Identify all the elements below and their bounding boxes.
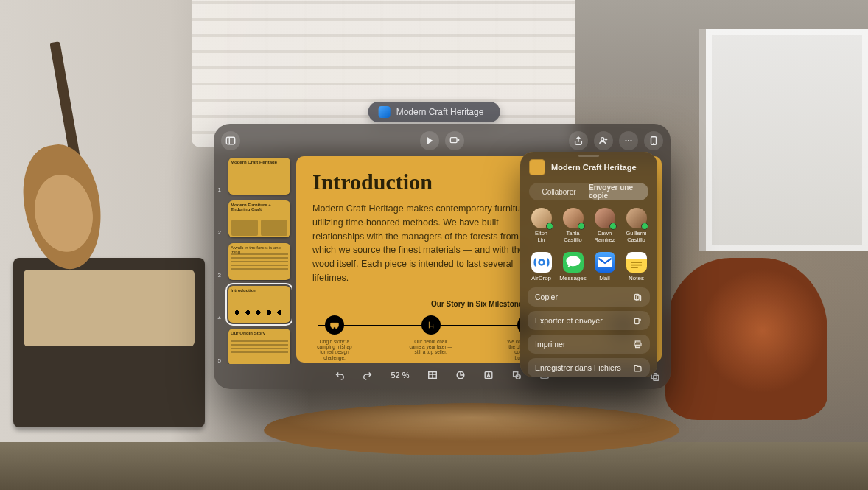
breadcrumb-title: Modern Craft Heritage bbox=[396, 107, 484, 117]
app-label: Messages bbox=[559, 275, 587, 281]
share-app-mail[interactable]: Mail bbox=[591, 252, 618, 281]
text-icon bbox=[483, 370, 494, 380]
mail-icon bbox=[595, 252, 615, 273]
slide-thumbnail-selected[interactable]: Introduction bbox=[228, 286, 290, 323]
timeline-item: Origin story: a camping mishap turned de… bbox=[312, 315, 357, 361]
slide-navigator[interactable]: 1 Modern Craft Heritage 2 Modern Furnitu… bbox=[214, 155, 292, 364]
slide-number: 2 bbox=[214, 229, 221, 236]
svg-rect-23 bbox=[634, 318, 639, 323]
ellipsis-icon bbox=[623, 136, 634, 146]
person-name: Ramirez bbox=[591, 237, 618, 244]
person-name: Castillo bbox=[623, 237, 650, 244]
undo-button[interactable] bbox=[332, 367, 348, 383]
insert-text-button[interactable] bbox=[480, 367, 497, 383]
action-print[interactable]: Imprimer bbox=[528, 335, 650, 354]
sideboard bbox=[13, 258, 205, 427]
slide-number: 1 bbox=[214, 186, 221, 193]
window bbox=[699, 29, 868, 251]
action-label: Imprimer bbox=[535, 340, 565, 349]
svg-point-19 bbox=[539, 260, 544, 265]
status-badge-icon bbox=[578, 223, 585, 230]
undo-icon bbox=[335, 370, 345, 380]
person-plus-icon bbox=[598, 136, 609, 146]
messages-icon bbox=[563, 252, 584, 273]
present-external-button[interactable] bbox=[445, 131, 464, 150]
share-button[interactable] bbox=[569, 131, 588, 150]
share-icon bbox=[573, 136, 584, 146]
share-mode-segment[interactable]: Collaborer Envoyer une copie bbox=[529, 183, 648, 200]
redo-icon bbox=[363, 370, 373, 380]
share-people-row: Elton Lin Tania Castillo Dawn Ramirez Gu… bbox=[520, 208, 657, 249]
slide-number: 3 bbox=[214, 272, 221, 279]
slide-thumbnail[interactable]: A walk in the forest is one thing. bbox=[228, 243, 290, 280]
status-badge-icon bbox=[641, 223, 648, 230]
svg-rect-1 bbox=[450, 138, 457, 143]
collaborate-button[interactable] bbox=[594, 131, 613, 150]
chart-icon bbox=[455, 370, 466, 380]
timeline-caption: Origin story: a camping mishap turned de… bbox=[312, 339, 357, 361]
slide-thumbnail[interactable]: Our Origin Story bbox=[228, 329, 290, 364]
action-export[interactable]: Exporter et envoyer bbox=[528, 311, 650, 330]
popover-grabber[interactable] bbox=[578, 155, 599, 157]
share-person[interactable]: Dawn Ramirez bbox=[591, 208, 618, 243]
sidebar-icon bbox=[225, 136, 236, 146]
segment-collaborate[interactable]: Collaborer bbox=[529, 183, 589, 200]
share-apps-row: AirDrop Messages Mail Notes bbox=[520, 249, 657, 287]
slide-thumbnail[interactable]: Modern Craft Heritage bbox=[228, 158, 290, 195]
insert-chart-button[interactable] bbox=[452, 367, 469, 383]
svg-point-5 bbox=[630, 140, 631, 141]
status-badge-icon bbox=[609, 223, 617, 230]
svg-point-3 bbox=[625, 140, 626, 141]
keynote-badge-icon bbox=[379, 106, 391, 118]
avatar bbox=[531, 208, 552, 228]
play-button[interactable] bbox=[420, 131, 439, 150]
redo-button[interactable] bbox=[360, 367, 376, 383]
avatar bbox=[563, 208, 584, 228]
play-icon bbox=[424, 136, 435, 146]
avatar bbox=[626, 208, 647, 228]
slide-number: 4 bbox=[214, 315, 221, 321]
action-label: Copier bbox=[535, 293, 558, 301]
breadcrumb[interactable]: Modern Craft Heritage bbox=[368, 102, 500, 122]
app-label: Notes bbox=[623, 275, 650, 281]
top-toolbar bbox=[214, 130, 671, 152]
share-person[interactable]: Tania Castillo bbox=[559, 208, 587, 243]
share-person[interactable]: Elton Lin bbox=[528, 208, 555, 243]
more-button[interactable] bbox=[619, 131, 638, 150]
share-person[interactable]: Guillerm Castillo bbox=[623, 208, 650, 243]
share-app-messages[interactable]: Messages bbox=[559, 252, 587, 281]
svg-point-8 bbox=[332, 326, 334, 329]
app-label: Mail bbox=[591, 275, 618, 281]
guitar bbox=[19, 41, 106, 270]
zoom-level[interactable]: 52 % bbox=[388, 371, 412, 379]
slide-thumbnail[interactable]: Modern Furniture + Enduring Craft bbox=[228, 200, 290, 237]
svg-rect-0 bbox=[226, 137, 234, 144]
camper-icon bbox=[325, 315, 344, 335]
svg-point-4 bbox=[628, 140, 629, 141]
timeline-caption: Our debut chair came a year later —still… bbox=[409, 339, 453, 355]
notes-icon bbox=[626, 252, 647, 273]
app-label: AirDrop bbox=[528, 275, 555, 281]
svg-point-9 bbox=[335, 326, 337, 329]
thumb-title: Our Origin Story bbox=[231, 331, 288, 335]
status-badge-icon bbox=[546, 223, 553, 230]
segment-send-copy[interactable]: Envoyer une copie bbox=[589, 183, 648, 200]
timeline-item: Our debut chair came a year later —still… bbox=[409, 315, 453, 361]
share-app-airdrop[interactable]: AirDrop bbox=[528, 252, 555, 281]
sidebar-toggle-button[interactable] bbox=[221, 131, 240, 150]
copy-icon bbox=[633, 293, 643, 302]
share-popover: Modern Craft Heritage Collaborer Envoyer… bbox=[520, 152, 657, 377]
table-icon bbox=[427, 370, 438, 380]
doc-thumbnail-icon bbox=[529, 159, 545, 175]
thumb-title: Modern Craft Heritage bbox=[231, 160, 288, 164]
action-save-files[interactable]: Enregistrer dans Fichiers bbox=[528, 358, 650, 377]
person-name: Lin bbox=[528, 237, 555, 244]
thumb-title: Modern Furniture + Enduring Craft bbox=[231, 203, 288, 212]
action-copy[interactable]: Copier bbox=[528, 287, 650, 307]
action-label: Enregistrer dans Fichiers bbox=[535, 363, 621, 372]
devices-button[interactable] bbox=[644, 131, 663, 150]
share-app-notes[interactable]: Notes bbox=[623, 252, 650, 281]
insert-table-button[interactable] bbox=[424, 367, 441, 383]
svg-point-2 bbox=[601, 138, 604, 141]
action-label: Exporter et envoyer bbox=[535, 316, 603, 325]
